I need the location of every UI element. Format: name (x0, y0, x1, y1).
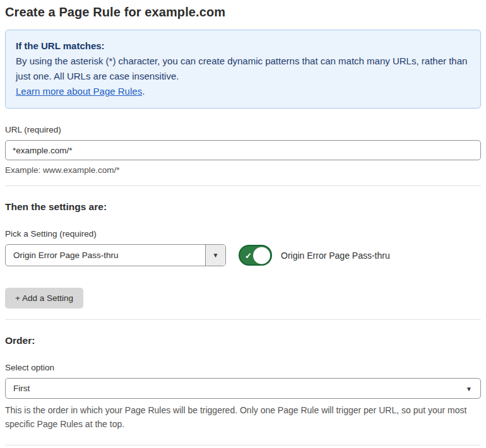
url-input[interactable] (5, 140, 481, 160)
setting-dropdown-value: Origin Error Page Pass-thru (6, 245, 205, 266)
order-select[interactable]: First ▼ (5, 378, 481, 399)
order-section-heading: Order: (5, 335, 481, 346)
order-help-text: This is the order in which your Page Rul… (5, 403, 477, 431)
url-match-info-box: If the URL matches: By using the asteris… (5, 30, 481, 109)
create-page-rule-panel: Create a Page Rule for example.com If th… (0, 0, 486, 448)
info-box-heading: If the URL matches: (16, 38, 470, 54)
url-example-text: Example: www.example.com/* (5, 165, 481, 175)
info-box-body: By using the asterisk (*) character, you… (16, 54, 470, 84)
link-suffix: . (142, 86, 145, 97)
setting-toggle-label: Origin Error Page Pass-thru (281, 251, 390, 261)
page-title: Create a Page Rule for example.com (5, 5, 481, 20)
learn-more-link[interactable]: Learn more about Page Rules (16, 86, 142, 97)
setting-dropdown-arrow-button[interactable]: ▼ (205, 245, 225, 266)
chevron-down-icon: ▼ (213, 252, 219, 259)
add-setting-button[interactable]: + Add a Setting (5, 288, 83, 309)
divider (5, 319, 481, 320)
toggle-knob (253, 247, 270, 264)
order-select-value: First (6, 379, 480, 398)
setting-toggle[interactable]: ✓ (239, 245, 272, 266)
setting-dropdown[interactable]: Origin Error Page Pass-thru ▼ (5, 244, 226, 266)
pick-setting-label: Pick a Setting (required) (5, 229, 481, 239)
settings-section-heading: Then the settings are: (5, 201, 481, 213)
check-icon: ✓ (245, 251, 252, 259)
order-select-label: Select option (5, 363, 481, 372)
info-box-link-line: Learn more about Page Rules. (16, 84, 470, 99)
divider (5, 445, 481, 445)
setting-row: Origin Error Page Pass-thru ▼ ✓ Origin E… (5, 244, 481, 266)
chevron-down-icon: ▼ (466, 385, 472, 392)
url-field-label: URL (required) (5, 125, 481, 134)
divider (5, 186, 481, 186)
